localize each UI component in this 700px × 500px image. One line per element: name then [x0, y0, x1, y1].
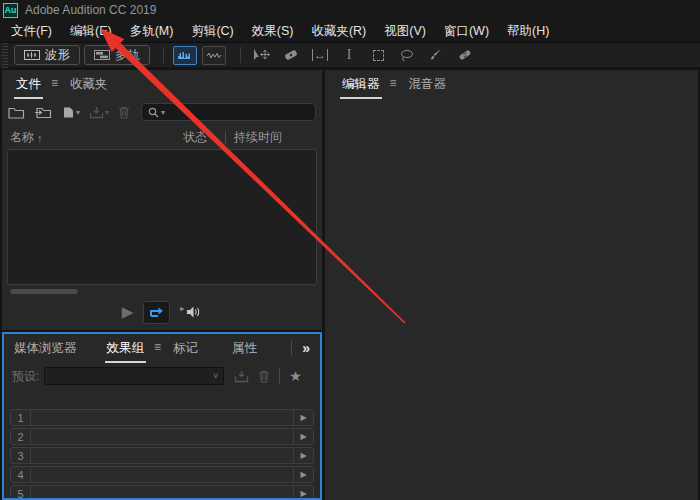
multitrack-mode-button[interactable]: 多轨 — [84, 45, 150, 65]
save-preset-icon[interactable] — [234, 370, 249, 383]
new-item-button[interactable]: ▾ — [62, 106, 80, 119]
tab-media-browser[interactable]: 媒体浏览器 — [12, 340, 79, 357]
import-file-button[interactable] — [34, 106, 53, 119]
menu-view[interactable]: 视图(V) — [375, 20, 435, 43]
ibeam-icon: I — [347, 47, 352, 63]
open-file-button[interactable] — [8, 106, 25, 119]
healing-brush-tool-button[interactable] — [453, 45, 477, 65]
more-tabs-chevron-icon[interactable]: » — [302, 340, 310, 356]
scrollbar-thumb[interactable] — [10, 289, 78, 294]
effect-slot-row[interactable]: 4 ▶ — [10, 466, 314, 483]
waveform-view-button[interactable] — [173, 46, 197, 65]
audition-logo-icon: Au — [3, 3, 18, 18]
slot-arrow-icon[interactable]: ▶ — [293, 429, 313, 444]
time-selection-tool-button[interactable]: ↔ — [308, 45, 332, 65]
tab-effects-rack[interactable]: 效果组 — [105, 340, 147, 357]
time-selection-icon: ↔ — [314, 48, 326, 62]
column-status[interactable]: 状态 — [183, 129, 225, 146]
tab-markers[interactable]: 标记 — [171, 340, 200, 357]
delete-button[interactable] — [118, 106, 130, 119]
editor-panel: 编辑器 ≡ 混音器 — [325, 70, 698, 500]
panel-menu-icon[interactable]: ≡ — [51, 76, 58, 90]
menu-file[interactable]: 文件(F) — [2, 20, 61, 43]
slot-empty[interactable] — [31, 467, 293, 482]
menu-multitrack[interactable]: 多轨(M) — [121, 20, 183, 43]
paintbrush-tool-button[interactable] — [424, 45, 448, 65]
column-name[interactable]: 名称 ↑ — [10, 129, 183, 146]
loop-playback-button[interactable] — [143, 301, 170, 324]
file-list[interactable] — [7, 149, 317, 285]
box-selection-tool-button[interactable] — [366, 45, 390, 65]
menu-effects[interactable]: 效果(S) — [243, 20, 303, 43]
preset-row: 预设: ˅ ★ — [4, 361, 320, 391]
menu-favorites[interactable]: 收藏夹(R) — [302, 20, 375, 43]
preset-dropdown[interactable]: ˅ — [44, 367, 224, 385]
main-toolbar: 波形 多轨 — [0, 42, 700, 67]
search-dropdown-icon[interactable]: ▾ — [161, 108, 165, 117]
multitrack-button-label: 多轨 — [115, 47, 140, 64]
dropdown-arrow-icon: ▾ — [105, 108, 109, 117]
slot-empty[interactable] — [31, 429, 293, 444]
waveform-icon — [24, 49, 40, 61]
tab-mixer[interactable]: 混音器 — [407, 76, 449, 93]
slot-arrow-icon[interactable]: ▶ — [293, 448, 313, 463]
slot-empty[interactable] — [31, 448, 293, 463]
razor-tool-button[interactable] — [279, 45, 303, 65]
lasso-icon — [399, 49, 415, 62]
effect-slot-row[interactable]: 1 ▶ — [10, 409, 314, 426]
effect-slot-row[interactable]: 5 ▶ — [10, 485, 314, 500]
menu-bar: 文件(F) 编辑(E) 多轨(M) 剪辑(C) 效果(S) 收藏夹(R) 视图(… — [0, 20, 700, 42]
panel-menu-icon[interactable]: ≡ — [154, 340, 161, 354]
slot-arrow-icon[interactable]: ▶ — [293, 467, 313, 482]
slot-empty[interactable] — [31, 486, 293, 500]
waveform-mode-button[interactable]: 波形 — [14, 45, 80, 65]
tab-editor[interactable]: 编辑器 — [340, 76, 382, 93]
import-file-icon — [34, 106, 53, 119]
toolbar-grip[interactable] — [0, 43, 10, 68]
slot-number: 5 — [11, 486, 31, 500]
spectral-view-icon — [206, 50, 222, 61]
slot-number: 2 — [11, 429, 31, 444]
audition-window: Au Adobe Audition CC 2019 文件(F) 编辑(E) 多轨… — [0, 0, 700, 500]
save-button[interactable]: ▾ — [89, 106, 109, 119]
window-title: Adobe Audition CC 2019 — [25, 3, 156, 17]
new-item-icon — [62, 106, 75, 119]
horizontal-scrollbar[interactable] — [8, 287, 316, 296]
tab-files[interactable]: 文件 — [14, 76, 43, 93]
slot-number: 4 — [11, 467, 31, 482]
menu-window[interactable]: 窗口(W) — [435, 20, 498, 43]
sort-ascending-icon: ↑ — [37, 132, 43, 144]
panel-menu-icon[interactable]: ≡ — [390, 76, 397, 90]
slot-number: 3 — [11, 448, 31, 463]
speaker-icon — [185, 305, 202, 319]
effect-slot-row[interactable]: 3 ▶ — [10, 447, 314, 464]
multitrack-icon — [94, 49, 110, 61]
move-tool-button[interactable] — [250, 45, 274, 65]
effects-panel-tabs: 媒体浏览器 效果组 ≡ 标记 属性 » — [4, 334, 320, 361]
files-panel-tabs: 文件 ≡ 收藏夹 — [2, 70, 322, 97]
save-icon — [89, 106, 104, 119]
spectral-view-button[interactable] — [202, 46, 226, 65]
menu-help[interactable]: 帮助(H) — [498, 20, 558, 43]
play-button[interactable]: ▶ — [122, 303, 134, 321]
tab-properties[interactable]: 属性 — [230, 340, 259, 357]
toolbar-separator — [163, 47, 164, 63]
search-input[interactable]: ▾ — [141, 103, 316, 121]
effect-slot-row[interactable]: 2 ▶ — [10, 428, 314, 445]
column-duration[interactable]: 持续时间 — [234, 129, 322, 146]
marquee-ibeam-tool-button[interactable]: I — [337, 45, 361, 65]
effects-rack-panel: 媒体浏览器 效果组 ≡ 标记 属性 » 预设: ˅ — [2, 332, 322, 500]
waveform-view-icon — [177, 50, 193, 61]
delete-preset-trash-icon[interactable] — [258, 370, 270, 383]
slot-arrow-icon[interactable]: ▶ — [293, 410, 313, 425]
menu-edit[interactable]: 编辑(E) — [61, 20, 121, 43]
editor-empty-area — [325, 97, 698, 500]
slot-empty[interactable] — [31, 410, 293, 425]
lasso-tool-button[interactable] — [395, 45, 419, 65]
tab-favorites[interactable]: 收藏夹 — [68, 76, 110, 93]
slot-arrow-icon[interactable]: ▶ — [293, 486, 313, 500]
trash-icon — [118, 106, 130, 119]
menu-clip[interactable]: 剪辑(C) — [182, 20, 242, 43]
favorite-star-icon[interactable]: ★ — [289, 368, 302, 384]
auto-play-speaker-button[interactable]: ▸ — [180, 305, 202, 319]
